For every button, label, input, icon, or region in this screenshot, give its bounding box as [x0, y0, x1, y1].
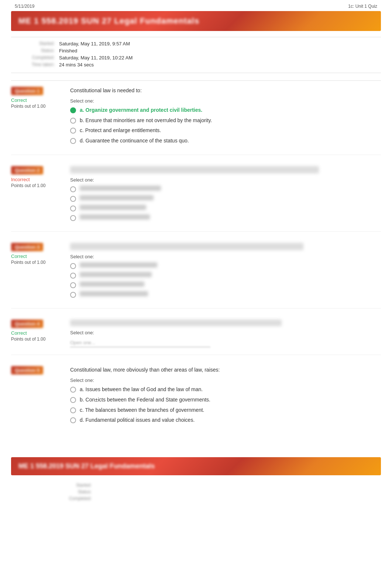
answer-1c[interactable]: c. Protect and enlarge entitlements.	[70, 127, 381, 134]
quiz-section: Question 1 Correct Points out of 1.00 Co…	[11, 80, 381, 451]
answer-text-5c: c. The balances between the branches of …	[80, 407, 204, 414]
header-course: 1c: Unit 1 Quiz	[348, 4, 377, 9]
footer-started-row: Started:	[55, 483, 381, 488]
answer-text-2d	[80, 214, 150, 220]
answer-2d[interactable]	[70, 214, 381, 221]
answer-text-3b	[80, 272, 152, 277]
text-input-value-4: Open one...	[70, 340, 95, 345]
answer-text-1a: a. Organize government and protect civil…	[80, 107, 202, 114]
question-sidebar-4: Question 4 Correct Points out of 1.00	[11, 320, 70, 347]
meta-status-value: Finished	[59, 48, 77, 54]
footer-completed-label: Completed:	[55, 496, 96, 501]
meta-started-label: Started:	[18, 41, 59, 46]
meta-started-row: Started: Saturday, May 11, 2019, 9:57 AM	[18, 41, 381, 46]
answer-text-5b: b. Con±icts between the Federal and Stat…	[80, 396, 210, 404]
radio-2c[interactable]	[70, 206, 76, 211]
question-block-3: Question 3 Correct Points out of 1.00 Se…	[11, 243, 381, 308]
answer-5b[interactable]: b. Con±icts between the Federal and Stat…	[70, 396, 381, 404]
question-block-1: Question 1 Correct Points out of 1.00 Co…	[11, 87, 381, 155]
radio-5d[interactable]	[70, 417, 76, 423]
question-content-3: Select one:	[70, 243, 381, 301]
question-number-badge-1: Question 1	[11, 87, 43, 95]
radio-5c[interactable]	[70, 407, 76, 413]
radio-2a[interactable]	[70, 186, 76, 192]
question-content-2: Select one:	[70, 166, 381, 224]
question-text-5: Constitutional law, more obviously than …	[70, 366, 381, 374]
answer-3a[interactable]	[70, 262, 381, 269]
meta-completed-row: Completed: Saturday, May 11, 2019, 10:22…	[18, 55, 381, 61]
answer-text-3d	[80, 291, 148, 296]
answer-text-1c: c. Protect and enlarge entitlements.	[80, 127, 161, 134]
text-input-4[interactable]: Open one...	[70, 338, 210, 347]
meta-time-label: Time taken:	[18, 62, 59, 68]
question-text-2	[70, 166, 319, 173]
answer-2a[interactable]	[70, 186, 381, 192]
radio-3a[interactable]	[70, 263, 76, 269]
footer-meta: Started: Status: Completed:	[11, 479, 381, 506]
footer-status-row: Status:	[55, 489, 381, 494]
question-number-badge-4: Question 4	[11, 320, 43, 328]
answer-2c[interactable]	[70, 205, 381, 211]
radio-3d[interactable]	[70, 292, 76, 298]
question-sidebar-3: Question 3 Correct Points out of 1.00	[11, 243, 70, 301]
question-number-badge-5: Question 5	[11, 366, 43, 375]
radio-5a[interactable]	[70, 387, 76, 393]
question-text-4	[70, 320, 282, 326]
page-header: 5/11/2019 1c: Unit 1 Quiz	[0, 0, 392, 11]
answer-3d[interactable]	[70, 291, 381, 298]
answer-5a[interactable]: a. Issues between the law of God and the…	[70, 386, 381, 393]
question-content-5: Constitutional law, more obviously than …	[70, 366, 381, 427]
meta-completed-label: Completed:	[18, 55, 59, 61]
answer-text-2b	[80, 195, 154, 200]
select-one-label-1: Select one:	[70, 98, 381, 104]
select-one-label-5: Select one:	[70, 377, 381, 383]
question-status-1: Correct	[11, 97, 63, 103]
meta-time-value: 24 mins 34 secs	[59, 62, 94, 68]
footer-status-label: Status:	[55, 489, 96, 494]
radio-2b[interactable]	[70, 196, 76, 202]
radio-1c[interactable]	[70, 128, 76, 134]
answer-text-5d: d. Fundamental political issues and valu…	[80, 417, 195, 424]
question-points-1: Points out of 1.00	[11, 104, 63, 109]
answer-3c[interactable]	[70, 282, 381, 288]
answer-3b[interactable]	[70, 272, 381, 279]
select-one-label-2: Select one:	[70, 177, 381, 183]
answer-text-3c	[80, 282, 144, 287]
answer-5d[interactable]: d. Fundamental political issues and valu…	[70, 417, 381, 424]
question-content-1: Constitutional law is needed to: Select …	[70, 87, 381, 147]
question-points-3: Points out of 1.00	[11, 260, 63, 265]
question-block-5: Question 5 Constitutional law, more obvi…	[11, 366, 381, 434]
question-points-2: Points out of 1.00	[11, 183, 63, 188]
select-one-label-4: Select one:	[70, 330, 381, 335]
meta-completed-value: Saturday, May 11, 2019, 10:22 AM	[59, 55, 133, 61]
answer-text-2a	[80, 186, 161, 191]
question-block-2: Question 2 Incorrect Points out of 1.00 …	[11, 166, 381, 232]
answer-text-5a: a. Issues between the law of God and the…	[80, 386, 203, 393]
question-sidebar-5: Question 5	[11, 366, 70, 427]
bottom-bar-text: ME 1 558.2019 SUN 27 Legal Fundamentals	[18, 462, 155, 470]
title-bar-text: ME 1 558.2019 SUN 27 Legal Fundamentals	[18, 16, 199, 25]
answer-2b[interactable]	[70, 195, 381, 202]
answer-1d[interactable]: d. Guarantee the continuance of the stat…	[70, 137, 381, 145]
answer-text-1b: b. Ensure that minorities are not overru…	[80, 117, 212, 124]
question-text-3	[70, 243, 303, 250]
radio-1d[interactable]	[70, 138, 76, 144]
answer-1b[interactable]: b. Ensure that minorities are not overru…	[70, 117, 381, 124]
radio-3c[interactable]	[70, 282, 76, 288]
radio-3b[interactable]	[70, 273, 76, 279]
answer-text-1d: d. Guarantee the continuance of the stat…	[80, 137, 189, 145]
meta-time-row: Time taken: 24 mins 34 secs	[18, 62, 381, 68]
meta-status-label: Status:	[18, 48, 59, 54]
footer-completed-row: Completed:	[55, 496, 381, 501]
question-number-badge-2: Question 2	[11, 166, 43, 175]
answer-1a[interactable]: a. Organize government and protect civil…	[70, 107, 381, 114]
radio-2d[interactable]	[70, 215, 76, 221]
title-bar: ME 1 558.2019 SUN 27 Legal Fundamentals	[11, 11, 381, 31]
question-points-4: Points out of 1.00	[11, 337, 63, 342]
question-text-1: Constitutional law is needed to:	[70, 87, 381, 94]
answer-5c[interactable]: c. The balances between the branches of …	[70, 407, 381, 414]
radio-1a[interactable]	[70, 107, 76, 113]
radio-5b[interactable]	[70, 397, 76, 403]
question-status-3: Correct	[11, 253, 63, 259]
radio-1b[interactable]	[70, 118, 76, 124]
